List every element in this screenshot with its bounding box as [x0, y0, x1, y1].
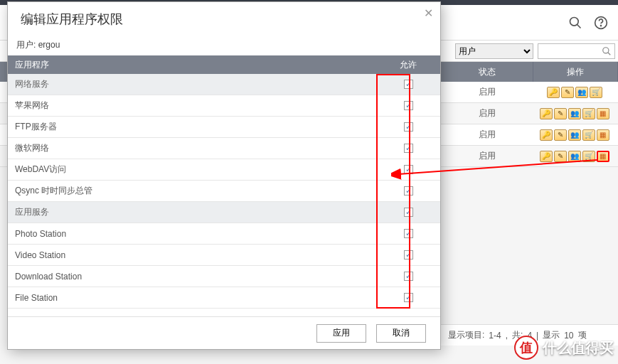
dialog-footer: 应用 取消 — [8, 316, 440, 349]
permission-allow-cell: ✓ — [376, 122, 440, 132]
svg-line-1 — [577, 24, 581, 28]
actions-cell: 🔑✎👥🛒 — [533, 87, 618, 98]
permission-label: WebDAV访问 — [8, 164, 376, 176]
permissions-header: 应用程序 允许 — [8, 55, 440, 74]
key-action-icon[interactable]: 🔑 — [540, 108, 553, 119]
dialog-title: 编辑应用程序权限 — [21, 11, 123, 28]
users-action-icon[interactable]: 👥 — [568, 129, 581, 141]
permission-label: Download Station — [8, 272, 376, 282]
status-cell: 启用 — [441, 129, 533, 141]
permissions-body: 网络服务✓苹果网络✓FTP服务器✓微软网络✓WebDAV访问✓Qsync 时时同… — [8, 74, 440, 316]
svg-point-3 — [601, 25, 602, 26]
permission-group-row: 应用服务✓ — [8, 202, 440, 223]
permission-allow-cell: ✓ — [376, 80, 440, 89]
permission-allow-cell: ✓ — [376, 165, 440, 174]
permission-label: 应用服务 — [8, 206, 376, 218]
permission-allow-cell: ✓ — [376, 186, 440, 196]
permission-row: FTP服务器✓ — [8, 117, 440, 138]
permission-allow-cell: ✓ — [376, 293, 440, 302]
col-app: 应用程序 — [8, 59, 376, 71]
permission-allow-cell: ✓ — [376, 144, 440, 153]
edit-action-icon[interactable]: ✎ — [554, 129, 567, 141]
grid-action-icon[interactable]: ▦ — [597, 151, 609, 162]
allow-checkbox[interactable]: ✓ — [404, 293, 413, 302]
users-action-icon[interactable]: 👥 — [568, 108, 581, 119]
edit-action-icon[interactable]: ✎ — [554, 151, 567, 162]
permission-row: Video Station✓ — [8, 245, 440, 266]
permission-row: Download Station✓ — [8, 266, 440, 287]
dialog-header: 编辑应用程序权限 ✕ — [8, 2, 440, 36]
edit-action-icon[interactable]: ✎ — [554, 108, 567, 119]
permission-allow-cell: ✓ — [376, 229, 440, 238]
status-cell: 启用 — [441, 86, 533, 98]
svg-point-4 — [603, 47, 609, 53]
user-type-select[interactable]: 用户 — [455, 43, 533, 59]
status-cell: 启用 — [441, 150, 533, 162]
col-allow: 允许 — [376, 59, 440, 71]
col-status: 状态 — [441, 62, 533, 82]
allow-checkbox[interactable]: ✓ — [404, 208, 413, 217]
cart-action-icon[interactable]: 🛒 — [582, 129, 595, 141]
watermark-badge: 值 — [514, 336, 538, 360]
permission-label: Qsync 时时同步总管 — [8, 185, 376, 197]
grid-action-icon[interactable]: ▦ — [597, 108, 609, 119]
user-name: ergou — [38, 40, 60, 50]
edit-action-icon[interactable]: ✎ — [561, 87, 574, 98]
permission-allow-cell: ✓ — [376, 101, 440, 110]
allow-checkbox[interactable]: ✓ — [404, 101, 413, 110]
svg-line-5 — [608, 52, 611, 55]
help-icon[interactable] — [592, 14, 609, 31]
key-action-icon[interactable]: 🔑 — [540, 151, 553, 162]
allow-checkbox[interactable]: ✓ — [404, 186, 413, 196]
key-action-icon[interactable]: 🔑 — [540, 129, 553, 141]
watermark: 值 什么值得买 — [514, 336, 614, 360]
close-icon[interactable]: ✕ — [422, 6, 435, 19]
permission-label: 苹果网络 — [8, 100, 376, 112]
search-input[interactable] — [538, 43, 615, 59]
grid-action-icon[interactable]: ▦ — [597, 129, 609, 141]
permission-label: File Station — [8, 293, 376, 303]
permission-row: File Station✓ — [8, 287, 440, 309]
permission-row: Photo Station✓ — [8, 223, 440, 245]
permission-allow-cell: ✓ — [376, 250, 440, 259]
actions-cell: 🔑✎👥🛒▦ — [533, 129, 618, 141]
status-cell: 启用 — [441, 107, 533, 119]
permission-label: 微软网络 — [8, 142, 376, 154]
user-label: 用户: — [16, 40, 36, 50]
permission-row: WebDAV访问✓ — [8, 159, 440, 181]
allow-checkbox[interactable]: ✓ — [404, 122, 413, 132]
permission-label: 网络服务 — [8, 78, 376, 90]
permission-row: 微软网络✓ — [8, 138, 440, 159]
allow-checkbox[interactable]: ✓ — [404, 272, 413, 281]
users-action-icon[interactable]: 👥 — [575, 87, 588, 98]
allow-checkbox[interactable]: ✓ — [404, 80, 413, 89]
permission-group-row: 网络服务✓ — [8, 74, 440, 95]
allow-checkbox[interactable]: ✓ — [404, 165, 413, 174]
allow-checkbox[interactable]: ✓ — [404, 250, 413, 259]
allow-checkbox[interactable]: ✓ — [404, 144, 413, 153]
allow-checkbox[interactable]: ✓ — [404, 229, 413, 238]
permission-label: FTP服务器 — [8, 121, 376, 133]
footer-range: 1-4 — [489, 331, 501, 341]
cart-action-icon[interactable]: 🛒 — [582, 108, 595, 119]
permission-row: Qsync 时时同步总管✓ — [8, 181, 440, 202]
watermark-text: 什么值得买 — [543, 338, 614, 358]
footer-label: 显示项目: — [448, 329, 484, 341]
search-icon[interactable] — [567, 14, 584, 31]
permission-row: 苹果网络✓ — [8, 95, 440, 117]
permission-allow-cell: ✓ — [376, 272, 440, 281]
footer-sep: , — [506, 331, 508, 341]
permission-label: Video Station — [8, 250, 376, 260]
actions-cell: 🔑✎👥🛒▦ — [533, 151, 618, 162]
actions-cell: 🔑✎👥🛒▦ — [533, 108, 618, 119]
cancel-button[interactable]: 取消 — [376, 324, 426, 343]
users-action-icon[interactable]: 👥 — [568, 151, 581, 162]
key-action-icon[interactable]: 🔑 — [547, 87, 560, 98]
permission-label: Photo Station — [8, 229, 376, 239]
permission-allow-cell: ✓ — [376, 208, 440, 217]
apply-button[interactable]: 应用 — [316, 324, 366, 343]
edit-app-permissions-dialog: 编辑应用程序权限 ✕ 用户: ergou 应用程序 允许 网络服务✓苹果网络✓F… — [7, 1, 441, 350]
svg-point-0 — [570, 17, 579, 26]
cart-action-icon[interactable]: 🛒 — [582, 151, 595, 162]
cart-action-icon[interactable]: 🛒 — [590, 87, 602, 98]
